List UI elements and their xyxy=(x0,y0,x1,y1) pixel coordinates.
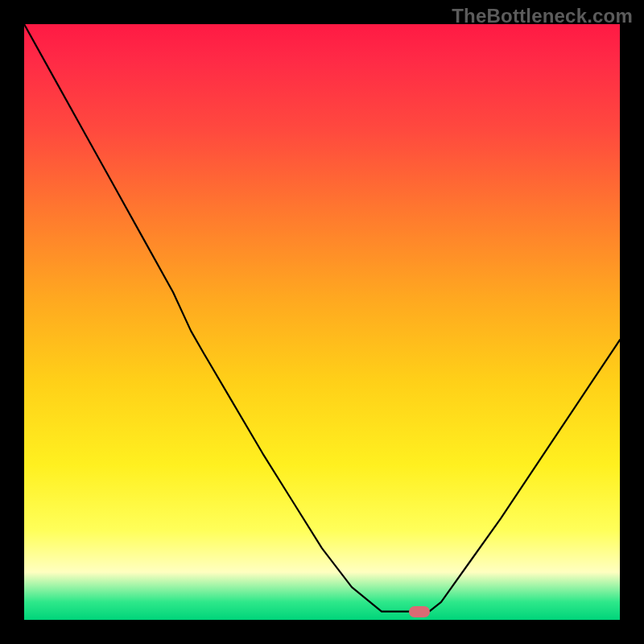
curve-svg xyxy=(24,24,620,620)
bottleneck-curve xyxy=(24,24,620,612)
plot-area xyxy=(24,24,620,620)
recommended-marker xyxy=(409,606,430,617)
chart-container: TheBottleneck.com xyxy=(0,0,644,644)
watermark-text: TheBottleneck.com xyxy=(452,5,633,27)
